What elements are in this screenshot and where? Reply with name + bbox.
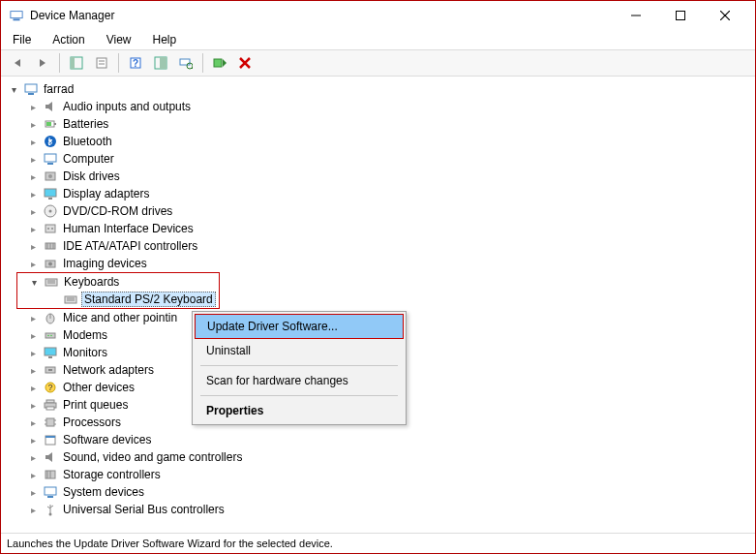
svg-rect-58 [48,369,52,371]
properties-button[interactable] [91,52,112,74]
forward-button[interactable] [32,52,53,74]
show-hide-tree-button[interactable] [66,52,87,74]
expand-arrow-icon[interactable]: ▸ [26,503,40,516]
tree-node[interactable]: ▸IDE ATA/ATAPI controllers [3,237,753,255]
ctx-properties[interactable]: Properties [195,399,404,422]
tree-node-label: Print queues [61,398,130,412]
svg-rect-32 [48,198,52,200]
scan-button[interactable] [175,52,197,74]
expand-arrow-icon[interactable]: ▸ [26,416,40,429]
help-button[interactable]: ? [125,52,146,74]
tree-node[interactable]: ▸Software devices [3,431,753,448]
svg-point-54 [50,335,52,337]
tree-node[interactable]: ▸Universal Serial Bus controllers [3,501,753,518]
expand-arrow-icon[interactable]: ▸ [26,257,40,270]
tree-node[interactable]: ▸Bluetooth [3,133,753,150]
window-title: Device Manager [30,9,614,22]
expand-arrow-icon[interactable]: ▸ [26,433,40,446]
context-menu: Update Driver Software... Uninstall Scan… [192,311,407,425]
tree-node[interactable]: ▸System devices [3,483,753,501]
expand-arrow-icon[interactable]: ▸ [26,485,40,499]
processor-icon [43,415,58,430]
expand-arrow-icon[interactable]: ▸ [26,204,40,218]
uninstall-button[interactable] [234,52,256,74]
battery-icon [43,116,58,132]
menu-file[interactable]: File [9,31,35,48]
svg-rect-24 [54,123,56,125]
tree-node-keyboards[interactable]: ▾Keyboards [17,273,219,291]
close-button[interactable] [703,1,747,30]
expand-arrow-icon[interactable]: ▸ [26,450,40,464]
add-legacy-button[interactable] [209,52,230,74]
tree-node[interactable]: ▸Batteries [3,115,753,133]
tree-node[interactable]: ▸Human Interface Devices [3,220,753,237]
expand-arrow-icon[interactable]: ▸ [26,398,40,412]
svg-rect-27 [45,154,56,162]
tree-node[interactable]: ▸DVD/CD-ROM drives [3,202,753,220]
statusbar: Launches the Update Driver Software Wiza… [1,534,755,553]
expand-arrow-icon[interactable]: ▸ [26,363,40,377]
collapse-arrow-icon[interactable]: ▾ [27,275,41,289]
tree-node[interactable]: ▸Disk drives [3,168,753,185]
tree-node-label: DVD/CD-ROM drives [61,204,174,218]
sound-icon [43,449,58,465]
svg-point-43 [48,262,52,266]
hid-icon [43,221,58,236]
menu-action[interactable]: Action [48,31,88,48]
expand-arrow-icon[interactable]: ▸ [26,222,40,235]
menu-view[interactable]: View [103,31,136,48]
expand-arrow-icon[interactable]: ▸ [26,169,40,183]
tree-node[interactable]: ▸Computer [3,150,753,168]
expand-arrow-icon[interactable]: ▸ [26,135,40,148]
device-tree[interactable]: ▾ farrad ▸Audio inputs and outputs ▸Batt… [1,77,755,534]
tree-node-label: Mice and other pointin [61,311,179,324]
tree-node-label: Human Interface Devices [61,222,196,235]
svg-rect-74 [45,487,56,495]
back-button[interactable] [7,52,28,74]
svg-point-53 [47,335,49,337]
tree-node[interactable]: ▸Sound, video and game controllers [3,448,753,466]
ctx-scan[interactable]: Scan for hardware changes [195,369,404,392]
expand-arrow-icon[interactable]: ▸ [26,239,40,253]
svg-rect-14 [160,57,166,69]
tree-node-label: Network adapters [61,363,156,377]
tree-node[interactable]: ▸Storage controllers [3,466,753,483]
collapse-arrow-icon[interactable]: ▾ [7,82,20,96]
action-button[interactable] [150,52,171,74]
expand-arrow-icon[interactable]: ▸ [26,152,40,166]
minimize-button[interactable] [614,1,658,30]
expand-arrow-icon[interactable]: ▸ [26,328,40,342]
expand-arrow-icon[interactable]: ▸ [26,468,40,481]
window-controls [614,1,747,30]
tree-node[interactable]: ▸Imaging devices [3,255,753,272]
tree-node-ps2-keyboard[interactable]: Standard PS/2 Keyboard [17,291,219,308]
expand-arrow-icon[interactable]: ▸ [26,100,40,113]
svg-rect-25 [46,122,51,126]
ctx-uninstall[interactable]: Uninstall [195,339,404,362]
menu-help[interactable]: Help [149,31,181,48]
mouse-icon [43,310,58,325]
toolbar-divider [59,53,60,73]
tree-node[interactable]: ▸Audio inputs and outputs [3,98,753,115]
svg-text:?: ? [47,383,52,392]
tree-node-label: Universal Serial Bus controllers [61,503,227,516]
tree-node-label: Audio inputs and outputs [61,100,193,113]
ctx-update-driver[interactable]: Update Driver Software... [195,314,404,339]
expand-arrow-icon[interactable]: ▸ [26,187,40,200]
expand-arrow-icon[interactable]: ▸ [26,117,40,131]
svg-rect-18 [214,59,222,67]
expand-arrow-icon[interactable]: ▸ [26,381,40,394]
expand-arrow-icon[interactable]: ▸ [26,346,40,359]
tree-node[interactable]: ▸Display adapters [3,185,753,202]
tree-root[interactable]: ▾ farrad [3,80,753,98]
svg-rect-52 [45,333,55,338]
toolbar-divider [118,53,119,73]
audio-icon [43,99,58,114]
svg-rect-31 [45,189,56,197]
svg-rect-56 [48,356,52,358]
ctx-divider [200,395,398,396]
tree-node-label: Monitors [61,346,109,359]
software-icon [43,432,58,447]
maximize-button[interactable] [658,1,703,30]
expand-arrow-icon[interactable]: ▸ [26,311,40,324]
